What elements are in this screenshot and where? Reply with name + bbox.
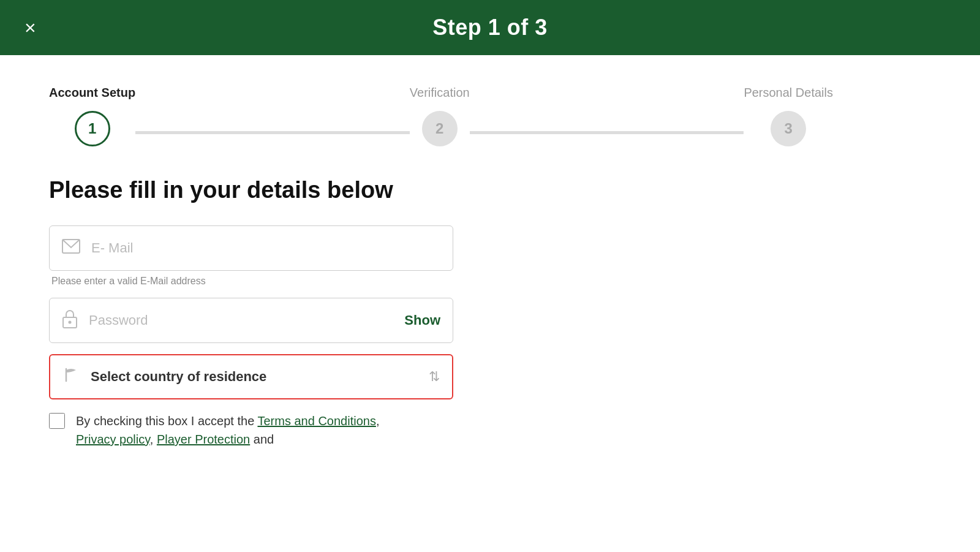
flag-icon [62,366,80,388]
email-field-group: Please enter a valid E-Mail address [49,225,833,287]
step-1: Account Setup 1 [49,86,135,146]
password-input[interactable] [89,312,404,328]
email-icon [62,239,80,258]
terms-label: By checking this box I accept the Terms … [76,412,379,448]
header: × Step 1 of 3 [0,0,980,55]
terms-text-before: By checking this box I accept the [76,414,257,428]
svg-point-2 [69,320,72,323]
step-2: Verification 2 [410,86,470,146]
terms-link-2[interactable]: Privacy policy [76,433,150,446]
email-input-wrapper [49,225,453,271]
step-3: Personal Details 3 [744,86,833,146]
step-2-circle: 2 [422,111,458,146]
terms-link-3[interactable]: Player Protection [157,433,250,446]
form-title: Please fill in your details below [49,177,833,203]
step-2-label: Verification [410,86,470,100]
terms-text-after: and [254,433,274,446]
step-3-label: Personal Details [744,86,833,100]
terms-comma-2: , [150,433,154,446]
step-1-label: Account Setup [49,86,135,100]
progress-stepper: Account Setup 1 Verification 2 Personal … [49,86,833,146]
terms-comma-1: , [376,414,380,428]
step-title: Step 1 of 3 [432,15,548,40]
password-input-wrapper: Show [49,298,453,343]
terms-checkbox[interactable] [49,413,65,429]
email-hint: Please enter a valid E-Mail address [51,276,833,287]
step-3-circle: 3 [771,111,806,146]
close-button[interactable]: × [24,18,36,37]
step-1-circle: 1 [75,111,110,146]
step-line-1 [135,131,410,134]
chevron-updown-icon: ⇅ [429,369,440,385]
lock-icon [62,309,78,333]
terms-checkbox-row: By checking this box I accept the Terms … [49,412,514,448]
terms-link-1[interactable]: Terms and Conditions [257,414,375,428]
step-line-2 [470,131,744,134]
main-content: Account Setup 1 Verification 2 Personal … [0,55,882,473]
country-select[interactable]: Select country of residence ⇅ [49,354,453,399]
country-select-label: Select country of residence [91,369,429,385]
password-field-group: Show [49,298,833,343]
email-input[interactable] [91,240,440,256]
show-password-button[interactable]: Show [404,312,440,328]
